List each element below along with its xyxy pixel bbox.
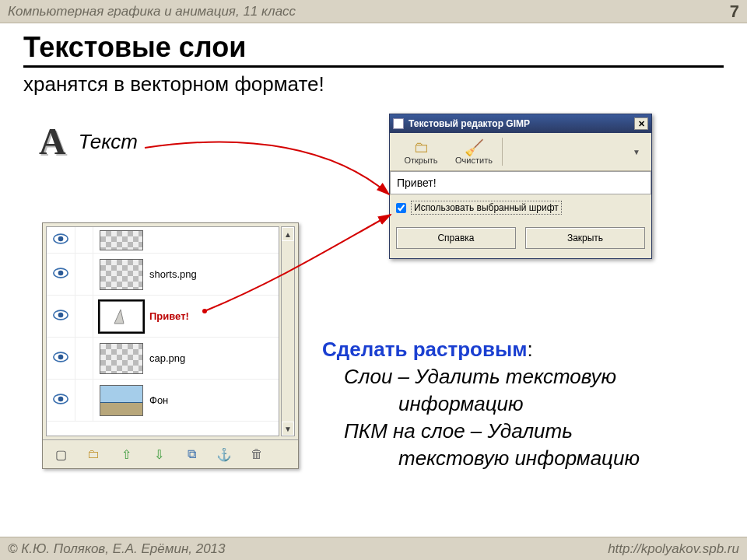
footer-url: http://kpolyakov.spb.ru <box>608 541 739 557</box>
eye-icon[interactable] <box>47 268 75 282</box>
layer-row[interactable] <box>47 227 279 254</box>
new-layer-icon[interactable]: ▢ <box>47 445 74 464</box>
svg-point-7 <box>58 354 64 359</box>
eye-icon[interactable] <box>47 352 75 366</box>
instr-line: информацию <box>398 392 524 415</box>
trash-icon[interactable]: 🗑 <box>244 445 270 464</box>
layer-thumb[interactable] <box>100 259 143 290</box>
layer-thumb-selected[interactable] <box>100 301 143 332</box>
instructions: Сделать растровым: Слои – Удалить тексто… <box>322 336 640 472</box>
instr-line: Слои – Удалить текстовую <box>344 365 616 388</box>
text-tool-label: Текст <box>79 130 138 154</box>
anchor-icon[interactable]: ⚓ <box>211 445 237 464</box>
scrollbar[interactable]: ▲ ▼ <box>281 226 295 436</box>
text-editor-dialog: Текстовый редактор GIMP ✕ 🗀 Открыть 🧹 Оч… <box>389 114 652 259</box>
instr-line: текстовую информацию <box>398 446 640 470</box>
link-col[interactable] <box>75 296 93 337</box>
use-font-checkbox[interactable]: Использовать выбранный шрифт <box>396 201 645 215</box>
arrow-up-icon[interactable]: ⇧ <box>113 445 139 464</box>
eye-icon[interactable] <box>47 310 75 324</box>
slide-footer: © К.Ю. Поляков, Е.А. Ерёмин, 2013 http:/… <box>0 537 747 560</box>
layer-row[interactable]: shorts.png <box>47 254 279 296</box>
use-font-label: Использовать выбранный шрифт <box>411 201 562 215</box>
close-button[interactable]: Закрыть <box>525 227 645 249</box>
editor-textarea[interactable]: Привет! <box>390 171 651 194</box>
scroll-up-icon[interactable]: ▲ <box>282 227 294 241</box>
slide-subtitle: хранятся в векторном формате! <box>0 68 747 96</box>
link-col[interactable] <box>75 227 93 253</box>
text-tool: A Текст <box>39 123 138 160</box>
svg-point-3 <box>58 270 64 275</box>
layer-thumb[interactable] <box>100 343 143 374</box>
app-icon <box>393 118 404 129</box>
open-label: Открыть <box>404 156 437 165</box>
course-title: Компьютерная графика и анимация, 11 клас… <box>8 4 296 19</box>
layers-list: shorts.png Привет! cap.png Фон <box>46 226 279 436</box>
instr-line: ПКМ на слое – Удалить <box>344 419 573 443</box>
clear-label: Очистить <box>455 156 493 165</box>
layer-row[interactable]: cap.png <box>47 338 279 380</box>
link-col[interactable] <box>75 338 93 379</box>
dialog-titlebar[interactable]: Текстовый редактор GIMP ✕ <box>390 114 651 133</box>
arrow-down-icon[interactable]: ⇩ <box>146 445 172 464</box>
help-button[interactable]: Справка <box>396 227 516 249</box>
layer-thumb[interactable] <box>100 385 143 416</box>
checkbox-icon[interactable] <box>396 203 406 213</box>
eye-icon[interactable] <box>47 394 75 408</box>
instr-header: Сделать растровым <box>322 338 527 361</box>
svg-point-1 <box>58 236 64 241</box>
text-tool-icon: A <box>39 123 66 160</box>
scroll-down-icon[interactable]: ▼ <box>282 422 294 436</box>
layers-panel: shorts.png Привет! cap.png Фон ▲ ▼ ▢ 🗀 ⇧… <box>42 222 299 469</box>
link-col[interactable] <box>75 380 93 421</box>
slide-header: Компьютерная графика и анимация, 11 клас… <box>0 0 747 23</box>
layer-name: shorts.png <box>149 268 279 280</box>
folder-open-icon: 🗀 <box>413 138 429 156</box>
eye-icon[interactable] <box>47 233 75 247</box>
folder-icon[interactable]: 🗀 <box>80 445 107 464</box>
close-icon[interactable]: ✕ <box>634 117 648 130</box>
link-col[interactable] <box>75 254 93 295</box>
copyright: © К.Ю. Поляков, Е.А. Ерёмин, 2013 <box>8 541 226 557</box>
slide-title: Текстовые слои <box>0 23 747 64</box>
page-number: 7 <box>730 2 739 22</box>
layer-thumb[interactable] <box>100 230 143 250</box>
layer-name: Фон <box>149 394 279 406</box>
layers-toolbar: ▢ 🗀 ⇧ ⇩ ⧉ ⚓ 🗑 <box>43 439 298 468</box>
layer-name: cap.png <box>149 352 279 364</box>
editor-toolbar: 🗀 Открыть 🧹 Очистить ▼ <box>390 133 651 171</box>
clear-button[interactable]: 🧹 Очистить <box>449 138 499 165</box>
duplicate-icon[interactable]: ⧉ <box>178 445 205 464</box>
layer-row[interactable]: Привет! <box>47 296 279 338</box>
svg-point-9 <box>58 396 64 401</box>
svg-point-5 <box>58 312 64 317</box>
open-button[interactable]: 🗀 Открыть <box>396 138 446 165</box>
toolbar-divider <box>502 138 503 166</box>
chevron-down-icon[interactable]: ▼ <box>633 148 645 156</box>
layer-row[interactable]: Фон <box>47 380 279 422</box>
layer-name: Привет! <box>149 310 279 322</box>
editor-options: Использовать выбранный шрифт <box>390 194 651 221</box>
dialog-title: Текстовый редактор GIMP <box>409 118 530 129</box>
broom-icon: 🧹 <box>465 138 484 156</box>
dialog-buttons: Справка Закрыть <box>390 221 651 258</box>
